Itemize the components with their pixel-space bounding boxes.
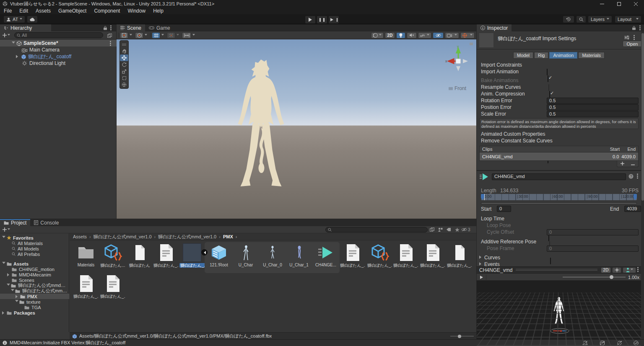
preview-2d-button[interactable]: 2D: [601, 267, 611, 273]
menu-assets[interactable]: Assets: [32, 8, 55, 14]
layers-dropdown[interactable]: Layers: [588, 15, 612, 23]
tab-model[interactable]: Model: [513, 52, 533, 59]
remove-clip-button[interactable]: [631, 161, 635, 167]
tree-ch4nge-motion[interactable]: CH4NGE_motion: [0, 266, 69, 272]
thumbnail-size-slider[interactable]: [450, 334, 474, 339]
asset-text-file[interactable]: 獅白ぼたん_...: [340, 243, 365, 269]
scene-audio-button[interactable]: [407, 32, 417, 39]
asset-plain-file[interactable]: 獅白ぼたん: [127, 243, 152, 269]
hierarchy-item-character-prefab[interactable]: 獅白ぼたん_coatoff: [0, 53, 117, 60]
foldout-closed-icon[interactable]: [479, 262, 483, 266]
checkbox-import-animation[interactable]: [548, 75, 548, 82]
rotation-error-field[interactable]: 0.5: [547, 98, 639, 104]
preview-speed-slider[interactable]: [563, 274, 626, 280]
cloud-button[interactable]: [27, 15, 38, 23]
foldout-closed-icon[interactable]: [479, 256, 483, 259]
hidden-packages-toggle[interactable]: 3: [461, 227, 474, 232]
minimize-button[interactable]: [594, 0, 610, 8]
tree-mmd4mecanim[interactable]: MMD4Mecanim: [0, 272, 69, 277]
scrollbar-thumb[interactable]: [641, 33, 644, 201]
chevron-down-icon[interactable]: [192, 34, 195, 37]
checkbox-additive-reference-pose[interactable]: [550, 258, 551, 264]
slider-handle[interactable]: [610, 275, 613, 279]
layout-dropdown[interactable]: Layout: [615, 15, 641, 23]
tree-texture[interactable]: texture: [0, 299, 69, 305]
timeline-ruler[interactable]: 0:00 30:00 60:00 90:00 120:00: [481, 194, 637, 200]
tab-console[interactable]: Console: [30, 219, 62, 226]
effects-dropdown[interactable]: [418, 32, 431, 39]
status-message[interactable]: MMD4Mecanim:Initialize FBX Vertex:獅白ぼたん_…: [10, 340, 125, 346]
preview-menu-button[interactable]: [637, 267, 639, 274]
character-model[interactable]: [226, 58, 296, 196]
snap-increment-button[interactable]: [182, 32, 191, 39]
subasset-root[interactable]: 121.!Root: [206, 243, 231, 267]
tab-animation[interactable]: Animation: [549, 52, 577, 59]
menu-help[interactable]: Help: [149, 8, 167, 14]
position-error-field[interactable]: 0.5: [547, 104, 639, 111]
clip-end-handle[interactable]: [634, 194, 637, 200]
progress-ok-button[interactable]: [631, 341, 641, 346]
filter-by-type-icon[interactable]: [436, 227, 444, 232]
tree-packages[interactable]: Packages: [0, 310, 69, 315]
search-everything-button[interactable]: [576, 15, 586, 23]
search-in-icon[interactable]: [428, 227, 436, 232]
preview-pivot-button[interactable]: [612, 267, 621, 273]
clip-start-handle[interactable]: [481, 194, 484, 200]
breadcrumb-assets[interactable]: Assets: [73, 234, 93, 239]
tree-all-prefabs[interactable]: All Prefabs: [0, 251, 69, 257]
asset-fbx-model[interactable]: 獅白ぼたん...: [100, 243, 125, 269]
scene-viewport[interactable]: y x Front: [117, 39, 476, 219]
asset-text-file[interactable]: 獅白ぼたん_...: [393, 243, 418, 269]
orientation-gizmo[interactable]: y x Front: [443, 42, 475, 92]
hierarchy-menu-button[interactable]: [110, 25, 112, 32]
menu-component[interactable]: Component: [90, 8, 124, 14]
chevron-down-icon[interactable]: [145, 34, 147, 37]
start-field[interactable]: 0: [497, 206, 511, 212]
hierarchy-item-scene[interactable]: SampleScene*: [0, 40, 117, 46]
tree-favorites[interactable]: Favorites: [0, 235, 69, 240]
hierarchy-search-input[interactable]: All: [14, 32, 103, 38]
inspector-scrollbar[interactable]: [641, 31, 644, 339]
presets-icon[interactable]: [624, 35, 629, 41]
hierarchy-item-directional-light[interactable]: Directional Light: [0, 60, 117, 67]
help-icon[interactable]: ?: [628, 174, 634, 179]
breadcrumb-folder2[interactable]: 獅白ぼたん公式mmd_ver1.0: [158, 234, 223, 240]
tree-pmx-selected[interactable]: PMX: [0, 294, 69, 299]
scale-error-field[interactable]: 0.5: [547, 111, 639, 117]
transform-tool-button[interactable]: [120, 81, 128, 88]
tab-inspector[interactable]: Inspector: [477, 24, 512, 31]
tree-tga[interactable]: TGA: [0, 305, 69, 310]
subasset-uchar[interactable]: U_Char: [233, 243, 258, 267]
preview-viewport[interactable]: 0:00 (000.0%) Frame 0: [477, 281, 641, 346]
rotate-tool-button[interactable]: [120, 61, 128, 68]
asset-materials-folder[interactable]: Materials: [73, 243, 99, 267]
menu-edit[interactable]: Edit: [16, 8, 32, 14]
auto-refresh-disabled-button[interactable]: [613, 341, 625, 346]
tab-rig[interactable]: Rig: [534, 52, 549, 59]
preview-play-button[interactable]: [478, 276, 486, 279]
step-button[interactable]: [328, 15, 339, 24]
move-tool-button[interactable]: [120, 54, 128, 61]
breadcrumb-folder1[interactable]: 獅白ぼたん公式mmd_ver1.0: [93, 234, 158, 240]
asset-plain-file[interactable]: 獅白ぼたん_...: [447, 243, 472, 269]
menu-window[interactable]: Window: [124, 8, 149, 14]
foldout-closed-icon[interactable]: [16, 55, 20, 58]
tree-mmd-folder-2[interactable]: 獅白ぼたん公式mmd_ver1.0: [0, 288, 69, 294]
inspector-menu-button[interactable]: [639, 25, 641, 32]
create-asset-button[interactable]: [3, 227, 10, 232]
chevron-down-icon[interactable]: [177, 34, 179, 37]
tab-project[interactable]: Project: [0, 219, 30, 226]
rect-tool-button[interactable]: [120, 75, 128, 81]
camera-dropdown[interactable]: [445, 32, 459, 39]
palette-drag-handle[interactable]: [120, 41, 128, 48]
gizmos-dropdown[interactable]: [460, 32, 475, 39]
clip-name-field[interactable]: CH4NGE_vmd: [492, 173, 626, 180]
grid-snap-button[interactable]: [167, 32, 175, 39]
foldout-curves[interactable]: Curves: [484, 255, 500, 261]
clip-menu-button[interactable]: [637, 173, 638, 180]
asset-text-file[interactable]: 獅白ぼたん_...: [420, 243, 445, 269]
hand-tool-button[interactable]: [120, 48, 128, 54]
tree-all-models[interactable]: All Models: [0, 246, 69, 251]
checkbox-import-constraints[interactable]: [547, 69, 548, 75]
tab-hierarchy[interactable]: Hierarchy: [0, 24, 51, 31]
